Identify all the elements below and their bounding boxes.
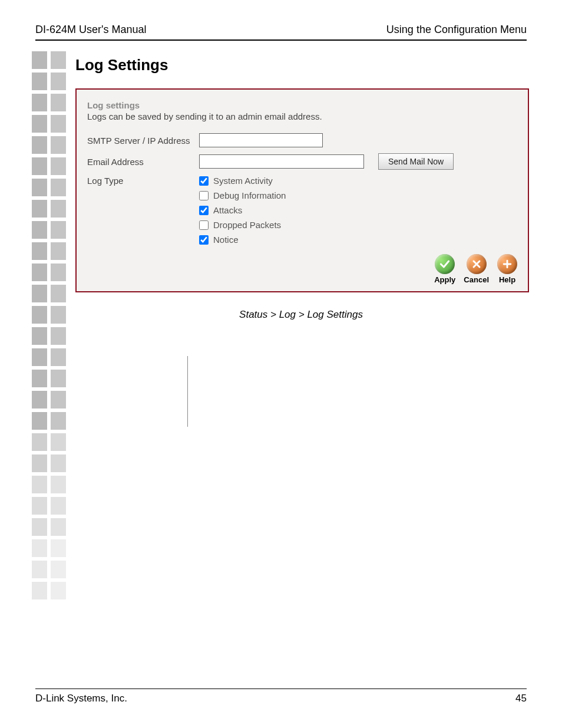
decor-square <box>32 348 47 366</box>
logtype-label: Log Type <box>87 176 199 186</box>
email-label: Email Address <box>87 157 199 167</box>
decor-square <box>51 476 66 493</box>
decor-square <box>32 263 47 281</box>
plus-icon <box>497 254 517 274</box>
log-settings-panel: Log settings Logs can be saved by sendin… <box>75 88 529 292</box>
logtype-row: Debug Information <box>199 190 286 200</box>
logtype-checkbox-2[interactable] <box>199 206 209 215</box>
decor-square <box>32 285 47 302</box>
decor-square <box>32 561 47 578</box>
decor-square <box>51 73 66 90</box>
logtype-checkbox-3[interactable] <box>199 220 209 230</box>
logtype-label-text: System Activity <box>213 176 273 186</box>
decor-square <box>32 391 47 409</box>
header-left: DI-624M User's Manual <box>35 24 147 36</box>
logtype-row: Dropped Packets <box>199 220 286 230</box>
decor-square <box>32 433 47 451</box>
send-mail-button[interactable]: Send Mail Now <box>378 153 454 170</box>
logtype-label-text: Debug Information <box>213 190 286 200</box>
decor-square <box>32 476 47 493</box>
logtype-row: Attacks <box>199 205 286 215</box>
decor-square <box>32 412 47 430</box>
decor-square <box>32 454 47 472</box>
decor-square <box>51 157 66 175</box>
decor-square <box>32 370 47 387</box>
vertical-divider <box>187 356 188 427</box>
decor-square <box>32 327 47 345</box>
decor-square <box>51 539 66 557</box>
decor-square <box>32 136 47 154</box>
smtp-input[interactable] <box>199 133 323 147</box>
decor-square <box>51 412 66 430</box>
decor-square <box>32 73 47 90</box>
decor-square <box>32 94 47 111</box>
header-right: Using the Configuration Menu <box>386 24 527 36</box>
decor-square <box>51 327 66 345</box>
decor-square <box>51 51 66 69</box>
logtype-label-text: Notice <box>213 235 239 245</box>
footer-left: D-Link Systems, Inc. <box>35 693 127 704</box>
figure-caption: Status > Log > Log Settings <box>75 309 527 321</box>
panel-subtitle: Log settings <box>87 100 517 110</box>
decor-square <box>51 306 66 324</box>
help-label: Help <box>499 275 515 284</box>
decor-square <box>51 221 66 239</box>
decor-square <box>51 242 66 260</box>
email-input[interactable] <box>199 154 364 169</box>
decor-square <box>51 518 66 536</box>
decor-square <box>32 115 47 133</box>
decor-square <box>51 115 66 133</box>
decor-square <box>32 179 47 196</box>
logtype-row: System Activity <box>199 176 286 186</box>
cancel-button[interactable]: Cancel <box>464 254 489 284</box>
decor-square <box>32 497 47 515</box>
apply-label: Apply <box>434 275 455 284</box>
page-header: DI-624M User's Manual Using the Configur… <box>35 24 527 41</box>
panel-description: Logs can be saved by sending it to an ad… <box>87 111 517 121</box>
section-title: Log Settings <box>75 56 527 74</box>
decor-square <box>51 179 66 196</box>
decor-square <box>32 221 47 239</box>
logtype-options: System ActivityDebug InformationAttacksD… <box>199 176 286 245</box>
decor-square <box>51 497 66 515</box>
check-icon <box>435 254 455 274</box>
decor-square <box>51 433 66 451</box>
decor-square <box>51 200 66 218</box>
decor-square <box>32 242 47 260</box>
decor-square <box>51 348 66 366</box>
decor-square <box>51 370 66 387</box>
decor-square <box>51 136 66 154</box>
decor-square <box>51 263 66 281</box>
decor-square <box>32 51 47 69</box>
decor-square <box>51 285 66 302</box>
decorative-sidebar <box>32 51 67 603</box>
decor-square <box>51 561 66 578</box>
logtype-checkbox-1[interactable] <box>199 191 209 200</box>
decor-square <box>32 200 47 218</box>
apply-button[interactable]: Apply <box>434 254 455 284</box>
logtype-label-text: Dropped Packets <box>213 220 281 230</box>
logtype-row: Notice <box>199 235 286 245</box>
decor-square <box>32 582 47 599</box>
footer-page: 45 <box>515 693 527 704</box>
decor-square <box>51 94 66 111</box>
action-row: Apply Cancel Help <box>87 254 517 284</box>
decor-square <box>51 454 66 472</box>
x-icon <box>467 254 487 274</box>
help-button[interactable]: Help <box>497 254 517 284</box>
decor-square <box>32 306 47 324</box>
cancel-label: Cancel <box>464 275 489 284</box>
logtype-checkbox-0[interactable] <box>199 176 209 186</box>
decor-square <box>51 391 66 409</box>
decor-square <box>32 539 47 557</box>
smtp-label: SMTP Server / IP Address <box>87 136 199 146</box>
decor-square <box>32 157 47 175</box>
logtype-checkbox-4[interactable] <box>199 235 209 245</box>
decor-square <box>51 582 66 599</box>
decor-square <box>32 518 47 536</box>
logtype-label-text: Attacks <box>213 205 242 215</box>
page-footer: D-Link Systems, Inc. 45 <box>35 689 527 704</box>
